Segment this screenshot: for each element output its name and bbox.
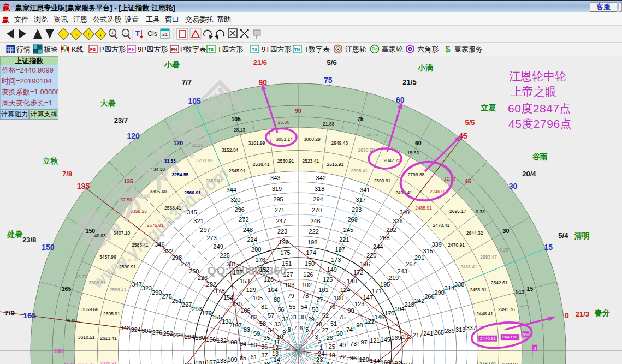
svg-text:345: 345 [187,209,197,216]
svg-text:2523.41: 2523.41 [302,158,319,164]
svg-text:224: 224 [247,236,257,243]
svg-text:75: 75 [324,76,333,85]
svg-text:15: 15 [276,362,283,364]
svg-text:99: 99 [347,307,354,314]
svg-text:169: 169 [391,335,401,341]
svg-text:12.50: 12.50 [444,176,456,182]
svg-text:85: 85 [240,355,246,361]
svg-text:2440.91: 2440.91 [502,335,518,339]
svg-text:100: 100 [334,295,343,301]
svg-text:2644.32: 2644.32 [466,230,483,236]
svg-text:252: 252 [163,330,173,337]
svg-text:4830.97: 4830.97 [502,362,519,364]
svg-text:↓: ↓ [99,31,102,37]
svg-text:170: 170 [384,310,394,317]
svg-text:2545.91: 2545.91 [229,168,246,174]
svg-text:3.13: 3.13 [515,289,524,295]
svg-text:江恩轮中轮: 江恩轮中轮 [509,70,566,82]
svg-text:179: 179 [202,310,212,317]
svg-text:295: 295 [273,196,283,202]
svg-text:168: 168 [381,359,390,364]
svg-text:101: 101 [318,287,328,293]
svg-text:105: 105 [231,116,241,122]
svg-text:155: 155 [212,314,222,320]
svg-text:315: 315 [423,248,433,254]
svg-text:104: 104 [268,287,277,293]
svg-text:172: 172 [353,269,363,276]
svg-text:248: 248 [243,226,253,233]
svg-text:3152.84: 3152.84 [222,147,239,153]
svg-text:3203.69: 3203.69 [196,158,213,163]
svg-text:242: 242 [414,297,424,304]
svg-text:50: 50 [336,330,343,337]
svg-text:2583.41: 2583.41 [132,242,149,248]
svg-text:60: 60 [251,342,257,348]
svg-text:28.13: 28.13 [234,127,246,133]
svg-text:21/3: 21/3 [576,310,589,318]
svg-text:153: 153 [240,278,250,284]
svg-text:344: 344 [227,187,236,193]
svg-text:319: 319 [272,186,282,192]
svg-text:20/4: 20/4 [522,170,536,178]
svg-text:125: 125 [323,276,333,283]
svg-text:3457.96: 3457.96 [99,254,116,260]
svg-text:150: 150 [42,243,55,252]
svg-text:181: 181 [195,360,205,364]
svg-text:立秋: 立秋 [42,157,58,165]
svg-text:26: 26 [326,335,333,341]
svg-text:340: 340 [399,209,409,216]
svg-text:小暑: 小暑 [164,60,180,69]
svg-text:244: 244 [373,243,383,250]
svg-text:347: 347 [132,281,142,288]
svg-text:3356.25: 3356.25 [130,208,147,214]
svg-text:216: 216 [402,362,412,364]
svg-text:220: 220 [366,252,376,259]
svg-text:293: 293 [352,206,362,213]
svg-text:7: 7 [293,325,297,331]
svg-text:180: 180 [195,335,205,341]
svg-text:28: 28 [316,321,322,327]
svg-text:82: 82 [251,314,257,320]
svg-text:226: 226 [198,275,208,281]
svg-text:2620.91: 2620.91 [100,361,117,364]
svg-text:128: 128 [264,276,274,283]
svg-text:2508.41: 2508.41 [351,168,368,174]
svg-text:2568.41: 2568.41 [164,205,181,211]
svg-text:5: 5 [305,326,309,333]
svg-text:123: 123 [354,301,364,307]
svg-text:290: 290 [435,289,445,296]
svg-text:Cls: Cls [147,30,157,38]
svg-text:176: 176 [256,256,265,263]
svg-text:75: 75 [339,314,346,320]
svg-text:147: 147 [363,294,373,301]
svg-text:247: 247 [276,218,286,224]
svg-text:79: 79 [288,293,294,299]
svg-text:60: 60 [415,140,422,146]
svg-text:2455.91: 2455.91 [470,287,487,293]
svg-text:45度2796点: 45度2796点 [508,117,572,130]
svg-text:33.33: 33.33 [164,158,176,164]
svg-text:120: 120 [359,356,369,363]
svg-text:60: 60 [396,96,405,104]
svg-text:31.25: 31.25 [192,142,204,148]
svg-text:151: 151 [282,260,292,267]
svg-text:→: → [73,31,79,37]
svg-text:9.38: 9.38 [476,209,485,214]
svg-text:2593.47: 2593.47 [480,254,497,260]
svg-text:TN: TN [294,47,300,52]
svg-text:2542.61: 2542.61 [491,280,508,285]
svg-text:32: 32 [282,316,288,323]
svg-text:4: 4 [311,329,314,336]
svg-text:2491.76: 2491.76 [498,307,515,312]
svg-text:228: 228 [174,332,183,338]
svg-text:+: + [111,30,114,36]
svg-text:23: 23 [316,356,323,363]
svg-text:3508.81: 3508.81 [89,280,106,285]
svg-text:129: 129 [246,287,256,293]
svg-text:178: 178 [215,288,224,294]
svg-text:76: 76 [329,303,335,310]
svg-text:102: 102 [302,282,312,288]
svg-text:T: T [135,29,140,38]
svg-text:156: 156 [206,336,216,343]
svg-text:218: 218 [405,301,414,308]
